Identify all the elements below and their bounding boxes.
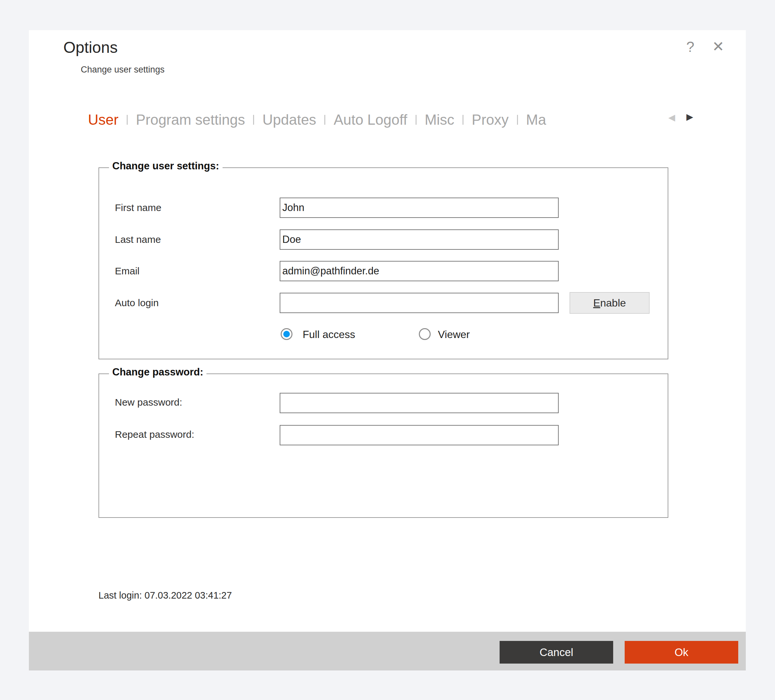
new-password-input[interactable] — [280, 393, 559, 413]
tab-separator — [253, 115, 254, 125]
options-dialog: Options Change user settings ? ✕ User Pr… — [29, 30, 746, 670]
tab-misc[interactable]: Misc — [425, 111, 454, 128]
full-access-radio-label[interactable]: Full access — [303, 328, 355, 340]
tab-separator — [324, 115, 325, 125]
last-name-label: Last name — [115, 229, 161, 250]
tab-separator — [416, 115, 417, 125]
help-icon[interactable]: ? — [680, 39, 700, 55]
auto-login-label: Auto login — [115, 293, 158, 313]
enable-button-label-rest: nable — [600, 297, 626, 309]
tab-scroll-right-icon[interactable]: ▶ — [686, 111, 693, 122]
last-name-input[interactable] — [280, 229, 559, 250]
first-name-input[interactable] — [280, 198, 559, 218]
dialog-title: Options — [63, 38, 118, 57]
viewer-radio[interactable] — [419, 328, 431, 340]
email-label: Email — [115, 261, 140, 281]
tab-separator — [462, 115, 464, 125]
tab-program-settings[interactable]: Program settings — [136, 111, 245, 128]
tab-separator — [517, 115, 518, 125]
dialog-subtitle: Change user settings — [81, 65, 165, 75]
user-settings-legend: Change user settings: — [109, 160, 223, 172]
repeat-password-input[interactable] — [280, 425, 559, 446]
full-access-radio[interactable] — [281, 328, 293, 340]
tab-auto-logoff[interactable]: Auto Logoff — [334, 111, 407, 128]
enable-button-mnemonic: E — [593, 297, 600, 309]
user-settings-group: Change user settings: First name Last na… — [98, 167, 668, 359]
first-name-label: First name — [115, 198, 161, 218]
cancel-button[interactable]: Cancel — [500, 641, 613, 663]
enable-button[interactable]: Enable — [569, 292, 650, 314]
change-password-group: Change password: New password: Repeat pa… — [98, 374, 668, 518]
tab-bar: User Program settings Updates Auto Logof… — [88, 111, 697, 128]
tab-mail-truncated[interactable]: Ma — [526, 111, 546, 128]
tab-separator — [127, 115, 128, 125]
tab-updates[interactable]: Updates — [262, 111, 316, 128]
new-password-label: New password: — [115, 392, 182, 412]
tab-proxy[interactable]: Proxy — [472, 111, 509, 128]
footer-bar: Cancel Ok — [29, 632, 746, 670]
email-input[interactable] — [280, 261, 559, 281]
last-login-text: Last login: 07.03.2022 03:41:27 — [98, 590, 232, 601]
viewer-radio-label[interactable]: Viewer — [438, 328, 470, 340]
change-password-legend: Change password: — [109, 366, 206, 378]
repeat-password-label: Repeat password: — [115, 424, 194, 445]
tab-scroll-left-icon[interactable]: ◀ — [668, 112, 675, 123]
auto-login-input[interactable] — [280, 293, 559, 313]
close-icon[interactable]: ✕ — [708, 38, 728, 55]
tab-user[interactable]: User — [88, 111, 118, 128]
ok-button[interactable]: Ok — [625, 641, 738, 663]
